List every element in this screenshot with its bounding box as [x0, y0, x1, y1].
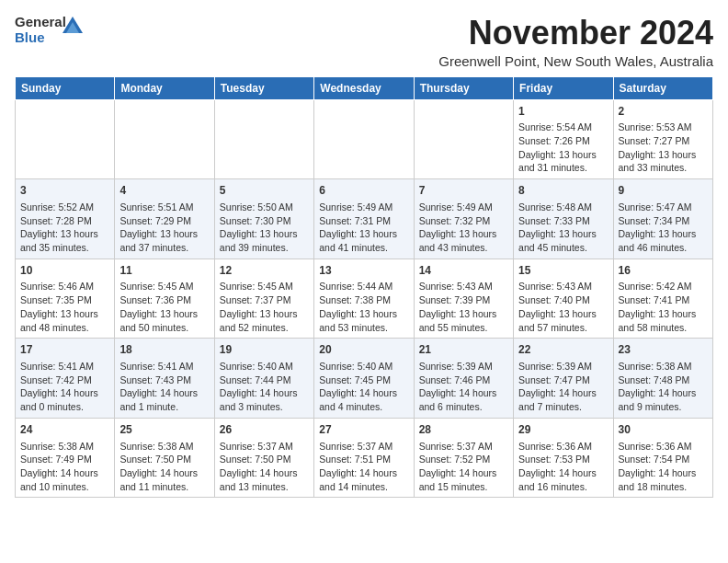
calendar-cell — [414, 99, 513, 179]
day-info: Sunrise: 5:38 AMSunset: 7:48 PMDaylight:… — [619, 360, 708, 414]
day-number: 2 — [619, 104, 708, 120]
calendar-cell: 19Sunrise: 5:40 AMSunset: 7:44 PMDayligh… — [214, 339, 313, 419]
calendar-table: SundayMondayTuesdayWednesdayThursdayFrid… — [15, 76, 713, 499]
day-number: 24 — [20, 422, 109, 438]
calendar-cell: 27Sunrise: 5:37 AMSunset: 7:51 PMDayligh… — [314, 418, 414, 498]
day-info: Sunrise: 5:40 AMSunset: 7:45 PMDaylight:… — [319, 360, 408, 414]
calendar-day-header: Saturday — [613, 76, 712, 99]
day-number: 9 — [619, 183, 708, 199]
calendar-day-header: Tuesday — [214, 76, 313, 99]
calendar-cell: 18Sunrise: 5:41 AMSunset: 7:43 PMDayligh… — [115, 339, 214, 419]
calendar-day-header: Friday — [514, 76, 613, 99]
day-number: 21 — [419, 342, 508, 358]
calendar-cell — [115, 99, 214, 179]
day-number: 11 — [119, 263, 209, 279]
day-info: Sunrise: 5:53 AMSunset: 7:27 PMDaylight:… — [619, 121, 708, 175]
day-number: 5 — [220, 183, 309, 199]
calendar-cell: 25Sunrise: 5:38 AMSunset: 7:50 PMDayligh… — [115, 418, 214, 498]
day-number: 3 — [20, 183, 109, 199]
day-info: Sunrise: 5:44 AMSunset: 7:38 PMDaylight:… — [319, 280, 408, 334]
day-number: 8 — [518, 183, 608, 199]
day-number: 27 — [319, 422, 408, 438]
calendar-week-row: 24Sunrise: 5:38 AMSunset: 7:49 PMDayligh… — [16, 418, 713, 498]
day-number: 18 — [119, 342, 209, 358]
calendar-cell: 9Sunrise: 5:47 AMSunset: 7:34 PMDaylight… — [613, 179, 712, 259]
calendar-cell: 5Sunrise: 5:50 AMSunset: 7:30 PMDaylight… — [214, 179, 313, 259]
day-info: Sunrise: 5:43 AMSunset: 7:39 PMDaylight:… — [419, 280, 508, 334]
day-number: 26 — [220, 422, 309, 438]
title-area: November 2024 Greenwell Point, New South… — [438, 15, 713, 69]
calendar-cell: 14Sunrise: 5:43 AMSunset: 7:39 PMDayligh… — [414, 259, 513, 339]
logo-icon — [63, 17, 83, 33]
month-title: November 2024 — [438, 15, 713, 52]
day-info: Sunrise: 5:48 AMSunset: 7:33 PMDaylight:… — [518, 201, 608, 255]
day-info: Sunrise: 5:37 AMSunset: 7:50 PMDaylight:… — [220, 440, 309, 494]
logo: General Blue — [15, 15, 64, 52]
day-number: 16 — [619, 263, 708, 279]
calendar-cell: 12Sunrise: 5:45 AMSunset: 7:37 PMDayligh… — [214, 259, 313, 339]
calendar-week-row: 10Sunrise: 5:46 AMSunset: 7:35 PMDayligh… — [16, 259, 713, 339]
calendar-day-header: Monday — [115, 76, 214, 99]
day-number: 6 — [319, 183, 408, 199]
calendar-cell: 10Sunrise: 5:46 AMSunset: 7:35 PMDayligh… — [16, 259, 115, 339]
day-number: 4 — [119, 183, 209, 199]
day-info: Sunrise: 5:41 AMSunset: 7:42 PMDaylight:… — [20, 360, 109, 414]
day-info: Sunrise: 5:37 AMSunset: 7:51 PMDaylight:… — [319, 440, 408, 494]
day-number: 23 — [619, 342, 708, 358]
day-info: Sunrise: 5:39 AMSunset: 7:46 PMDaylight:… — [419, 360, 508, 414]
calendar-cell: 3Sunrise: 5:52 AMSunset: 7:28 PMDaylight… — [16, 179, 115, 259]
day-info: Sunrise: 5:38 AMSunset: 7:50 PMDaylight:… — [119, 440, 209, 494]
day-info: Sunrise: 5:45 AMSunset: 7:36 PMDaylight:… — [119, 280, 209, 334]
day-number: 10 — [20, 263, 109, 279]
day-number: 14 — [419, 263, 508, 279]
day-number: 22 — [518, 342, 608, 358]
day-number: 1 — [518, 104, 608, 120]
calendar-cell: 2Sunrise: 5:53 AMSunset: 7:27 PMDaylight… — [613, 99, 712, 179]
day-info: Sunrise: 5:42 AMSunset: 7:41 PMDaylight:… — [619, 280, 708, 334]
day-info: Sunrise: 5:41 AMSunset: 7:43 PMDaylight:… — [119, 360, 209, 414]
calendar-cell: 7Sunrise: 5:49 AMSunset: 7:32 PMDaylight… — [414, 179, 513, 259]
day-number: 13 — [319, 263, 408, 279]
day-number: 28 — [419, 422, 508, 438]
calendar-week-row: 1Sunrise: 5:54 AMSunset: 7:26 PMDaylight… — [16, 99, 713, 179]
calendar-cell: 6Sunrise: 5:49 AMSunset: 7:31 PMDaylight… — [314, 179, 414, 259]
calendar-cell — [314, 99, 414, 179]
header: General Blue November 2024 Greenwell Poi… — [15, 15, 713, 69]
calendar-cell: 26Sunrise: 5:37 AMSunset: 7:50 PMDayligh… — [214, 418, 313, 498]
day-number: 20 — [319, 342, 408, 358]
calendar-cell: 13Sunrise: 5:44 AMSunset: 7:38 PMDayligh… — [314, 259, 414, 339]
day-info: Sunrise: 5:49 AMSunset: 7:32 PMDaylight:… — [419, 201, 508, 255]
calendar-week-row: 3Sunrise: 5:52 AMSunset: 7:28 PMDaylight… — [16, 179, 713, 259]
subtitle: Greenwell Point, New South Wales, Austra… — [438, 53, 713, 69]
day-number: 15 — [518, 263, 608, 279]
logo-blue: Blue — [15, 29, 45, 45]
calendar-cell — [16, 99, 115, 179]
logo-general: General — [15, 14, 66, 29]
day-number: 30 — [619, 422, 708, 438]
calendar-cell: 15Sunrise: 5:43 AMSunset: 7:40 PMDayligh… — [514, 259, 613, 339]
calendar-header-row: SundayMondayTuesdayWednesdayThursdayFrid… — [16, 76, 713, 99]
day-info: Sunrise: 5:47 AMSunset: 7:34 PMDaylight:… — [619, 201, 708, 255]
calendar-day-header: Wednesday — [314, 76, 414, 99]
day-info: Sunrise: 5:36 AMSunset: 7:53 PMDaylight:… — [518, 440, 608, 494]
day-info: Sunrise: 5:37 AMSunset: 7:52 PMDaylight:… — [419, 440, 508, 494]
day-info: Sunrise: 5:40 AMSunset: 7:44 PMDaylight:… — [220, 360, 309, 414]
day-number: 12 — [220, 263, 309, 279]
day-info: Sunrise: 5:45 AMSunset: 7:37 PMDaylight:… — [220, 280, 309, 334]
calendar-cell — [214, 99, 313, 179]
calendar-cell: 23Sunrise: 5:38 AMSunset: 7:48 PMDayligh… — [613, 339, 712, 419]
day-info: Sunrise: 5:52 AMSunset: 7:28 PMDaylight:… — [20, 201, 109, 255]
day-info: Sunrise: 5:39 AMSunset: 7:47 PMDaylight:… — [518, 360, 608, 414]
day-number: 25 — [119, 422, 209, 438]
day-number: 29 — [518, 422, 608, 438]
calendar-cell: 11Sunrise: 5:45 AMSunset: 7:36 PMDayligh… — [115, 259, 214, 339]
calendar-cell: 28Sunrise: 5:37 AMSunset: 7:52 PMDayligh… — [414, 418, 513, 498]
calendar-cell: 16Sunrise: 5:42 AMSunset: 7:41 PMDayligh… — [613, 259, 712, 339]
day-info: Sunrise: 5:50 AMSunset: 7:30 PMDaylight:… — [220, 201, 309, 255]
calendar-cell: 4Sunrise: 5:51 AMSunset: 7:29 PMDaylight… — [115, 179, 214, 259]
calendar-cell: 1Sunrise: 5:54 AMSunset: 7:26 PMDaylight… — [514, 99, 613, 179]
calendar-cell: 29Sunrise: 5:36 AMSunset: 7:53 PMDayligh… — [514, 418, 613, 498]
day-number: 19 — [220, 342, 309, 358]
calendar-week-row: 17Sunrise: 5:41 AMSunset: 7:42 PMDayligh… — [16, 339, 713, 419]
calendar-day-header: Sunday — [16, 76, 115, 99]
